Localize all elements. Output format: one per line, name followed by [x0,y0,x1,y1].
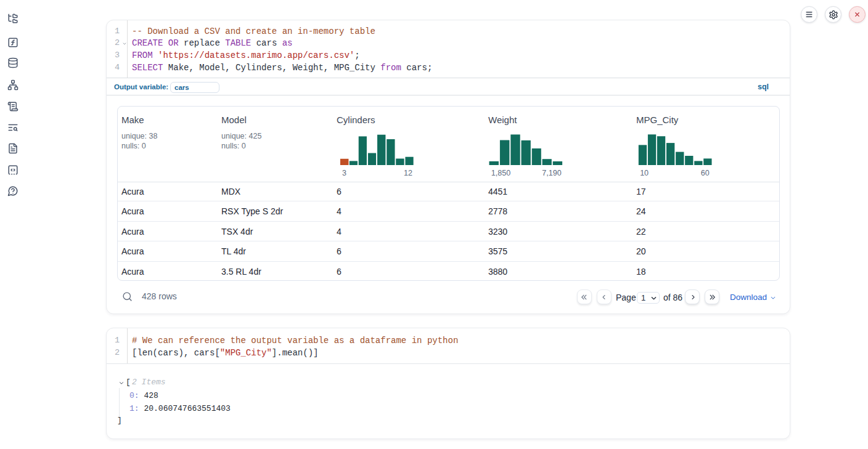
svg-text:7,190: 7,190 [542,169,561,177]
svg-text:10: 10 [640,169,649,177]
svg-text:3: 3 [342,169,346,177]
svg-text:1,850: 1,850 [491,169,510,177]
svg-text:12: 12 [404,169,412,177]
svg-text:60: 60 [701,169,710,177]
